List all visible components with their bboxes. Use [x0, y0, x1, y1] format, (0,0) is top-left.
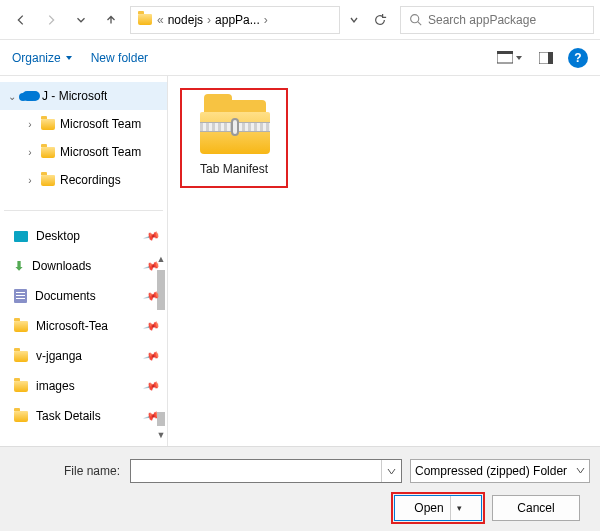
breadcrumb-overflow[interactable]: « — [157, 13, 164, 27]
quick-documents[interactable]: Documents📌 — [0, 281, 167, 311]
chevron-down-icon[interactable] — [576, 464, 585, 478]
tree-item[interactable]: › Microsoft Team — [0, 110, 167, 138]
onedrive-icon — [22, 88, 38, 104]
file-tile-tab-manifest[interactable]: Tab Manifest — [180, 88, 288, 188]
pin-icon: 📌 — [143, 227, 162, 245]
quick-label: Task Details — [36, 409, 101, 423]
svg-point-0 — [411, 15, 419, 23]
scrollbar-thumb[interactable] — [157, 412, 165, 426]
chevron-right-icon[interactable]: › — [24, 119, 36, 130]
folder-icon — [40, 144, 56, 160]
desktop-icon — [14, 231, 28, 242]
filename-label: File name: — [0, 464, 130, 478]
preview-pane-button[interactable] — [532, 46, 560, 70]
tree-root-onedrive[interactable]: ⌄ J - Microsoft — [0, 82, 167, 110]
cancel-button-label: Cancel — [517, 501, 554, 515]
chevron-down-icon — [515, 54, 523, 62]
command-bar: Organize New folder ? — [0, 40, 600, 76]
split-chevron-icon[interactable]: ▾ — [450, 496, 462, 520]
tree-label: Microsoft Team — [60, 145, 141, 159]
filetype-label: Compressed (zipped) Folder — [415, 464, 567, 478]
chevron-right-icon[interactable]: › — [24, 175, 36, 186]
quick-folder[interactable]: v-jganga📌 — [0, 341, 167, 371]
tree-label: J - Microsoft — [42, 89, 107, 103]
svg-rect-2 — [497, 51, 513, 54]
svg-rect-4 — [548, 52, 553, 64]
view-layout-button[interactable] — [496, 46, 524, 70]
search-input[interactable] — [428, 13, 585, 27]
pin-icon: 📌 — [143, 377, 162, 395]
chevron-right-icon[interactable]: › — [207, 13, 211, 27]
download-icon: ⬇ — [14, 259, 24, 273]
folder-icon — [40, 172, 56, 188]
tree-item[interactable]: › Recordings — [0, 166, 167, 194]
quick-label: v-jganga — [36, 349, 82, 363]
organize-label: Organize — [12, 51, 61, 65]
folder-icon — [14, 411, 28, 422]
tree-item[interactable]: › Microsoft Team — [0, 138, 167, 166]
address-bar: « nodejs › appPa... › — [0, 0, 600, 40]
filename-combobox[interactable] — [130, 459, 402, 483]
back-button[interactable] — [6, 5, 36, 35]
search-box[interactable] — [400, 6, 594, 34]
chevron-down-icon[interactable] — [381, 460, 401, 482]
file-list[interactable]: Tab Manifest — [168, 76, 600, 446]
filename-input[interactable] — [131, 460, 381, 482]
recent-dropdown[interactable] — [66, 5, 96, 35]
new-folder-button[interactable]: New folder — [91, 51, 148, 65]
breadcrumb-dropdown[interactable] — [344, 15, 364, 25]
quick-folder[interactable]: images📌 — [0, 371, 167, 401]
pin-icon: 📌 — [143, 347, 162, 365]
folder-icon — [40, 116, 56, 132]
refresh-button[interactable] — [364, 6, 396, 34]
open-button[interactable]: Open ▾ — [394, 495, 482, 521]
chevron-right-icon[interactable]: › — [24, 147, 36, 158]
tree-label: Microsoft Team — [60, 117, 141, 131]
pin-icon: 📌 — [143, 317, 162, 335]
up-button[interactable] — [96, 5, 126, 35]
filetype-combobox[interactable]: Compressed (zipped) Folder — [410, 459, 590, 483]
chevron-down-icon[interactable]: ⌄ — [6, 91, 18, 102]
scroll-down-icon[interactable]: ▼ — [156, 430, 166, 442]
folder-icon — [137, 12, 153, 28]
document-icon — [14, 289, 27, 303]
open-button-label: Open — [414, 501, 443, 515]
quick-label: Desktop — [36, 229, 80, 243]
quick-label: Documents — [35, 289, 96, 303]
file-tile-label: Tab Manifest — [200, 162, 268, 186]
divider — [4, 210, 163, 211]
quick-desktop[interactable]: Desktop📌 — [0, 221, 167, 251]
folder-icon — [14, 351, 28, 362]
chevron-right-icon[interactable]: › — [264, 13, 268, 27]
help-button[interactable]: ? — [568, 48, 588, 68]
quick-folder[interactable]: Microsoft-Tea📌 — [0, 311, 167, 341]
forward-button[interactable] — [36, 5, 66, 35]
zip-folder-icon — [198, 94, 270, 156]
quick-label: Microsoft-Tea — [36, 319, 108, 333]
quick-label: Downloads — [32, 259, 91, 273]
folder-icon — [14, 321, 28, 332]
quick-label: images — [36, 379, 75, 393]
breadcrumb[interactable]: « nodejs › appPa... › — [130, 6, 340, 34]
organize-menu[interactable]: Organize — [12, 51, 73, 65]
tree-label: Recordings — [60, 173, 121, 187]
breadcrumb-part[interactable]: appPa... — [215, 13, 260, 27]
chevron-down-icon — [65, 54, 73, 62]
quick-folder[interactable]: Task Details📌 — [0, 401, 167, 431]
navigation-pane: ⌄ J - Microsoft › Microsoft Team › Micro… — [0, 76, 168, 446]
bottom-pane: File name: Compressed (zipped) Folder Op… — [0, 446, 600, 531]
folder-icon — [14, 381, 28, 392]
quick-downloads[interactable]: ⬇Downloads📌 — [0, 251, 167, 281]
scrollbar-thumb[interactable] — [157, 270, 165, 310]
cancel-button[interactable]: Cancel — [492, 495, 580, 521]
breadcrumb-part[interactable]: nodejs — [168, 13, 203, 27]
search-icon — [409, 13, 422, 26]
main-area: ⌄ J - Microsoft › Microsoft Team › Micro… — [0, 76, 600, 446]
